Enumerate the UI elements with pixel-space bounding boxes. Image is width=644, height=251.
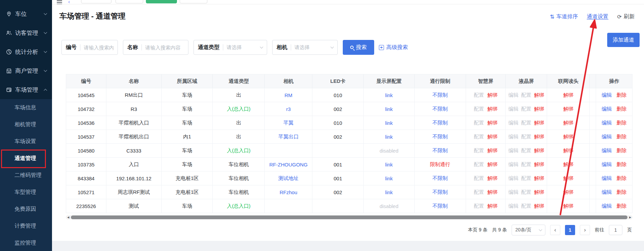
row-delete-link[interactable]: 删除 [617,203,627,209]
sidebar-item-parking-space[interactable]: 车位 [0,4,52,23]
lcd-edit-link[interactable]: 编辑 [508,161,518,168]
smart-screen-config-link[interactable]: 配置 [474,106,484,112]
pass-limit-link[interactable]: 不限制 [433,147,448,154]
row-edit-link[interactable]: 编辑 [602,189,612,196]
add-channel-button[interactable]: 添加通道 [607,33,640,47]
smart-screen-config-link[interactable]: 配置 [474,175,484,182]
lcd-unbind-link[interactable]: 解绑 [534,161,544,168]
smart-screen-unbind-link[interactable]: 解绑 [487,134,497,140]
scrollbar-thumb[interactable] [71,215,627,219]
topbar-tab[interactable] [180,0,207,3]
row-delete-link[interactable]: 删除 [617,120,627,126]
lcd-edit-link[interactable]: 编辑 [508,175,518,182]
sidebar-item-merchant-management[interactable]: 商户管理 [0,61,52,80]
smart-screen-unbind-link[interactable]: 解绑 [487,161,497,168]
sidebar-item-statistics[interactable]: 统计分析 [0,42,52,61]
advanced-search-link[interactable]: 高级搜索 [379,44,408,51]
lcd-edit-link[interactable]: 编辑 [508,106,518,112]
display-config-link[interactable]: link [385,106,393,112]
display-config-link[interactable]: disabled [380,203,398,209]
sidebar-item-free-reason[interactable]: 免费原因 [0,201,52,218]
sidebar-item-visitor-management[interactable]: 访客管理 [0,23,52,42]
display-config-link[interactable]: disabled [380,148,398,154]
row-edit-link[interactable]: 编辑 [602,203,612,209]
camera-link[interactable]: 测试地址 [278,175,299,182]
row-delete-link[interactable]: 删除 [617,134,627,140]
lcd-config-link[interactable]: 配置 [521,147,531,154]
pass-limit-link[interactable]: 不限制 [433,175,448,182]
row-edit-link[interactable]: 编辑 [602,106,612,112]
sidebar-item-parking-info[interactable]: 车场信息 [0,99,52,116]
smart-screen-unbind-link[interactable]: 解绑 [487,175,497,182]
smart-screen-unbind-link[interactable]: 解绑 [487,106,497,112]
display-config-link[interactable]: link [385,134,393,140]
reader-unbind-link[interactable]: 解绑 [563,120,573,126]
lcd-config-link[interactable]: 配置 [521,92,531,98]
pass-limit-link[interactable]: 不限制 [433,92,448,98]
sidebar-item-billing-management[interactable]: 计费管理 [0,218,52,234]
camera-link[interactable]: r3 [286,106,291,112]
smart-screen-config-link[interactable]: 配置 [474,134,484,140]
row-edit-link[interactable]: 编辑 [602,147,612,154]
lcd-config-link[interactable]: 配置 [521,189,531,196]
goto-page-input[interactable] [609,225,622,235]
camera-link[interactable]: 芊翼出口 [278,134,299,140]
refresh-link[interactable]: ⟳ 刷新 [617,13,635,20]
camera-link[interactable]: RFzhou [280,189,298,195]
row-edit-link[interactable]: 编辑 [602,134,612,140]
lcd-edit-link[interactable]: 编辑 [508,134,518,140]
row-edit-link[interactable]: 编辑 [602,92,612,98]
lcd-unbind-link[interactable]: 解绑 [534,189,544,196]
pass-limit-link[interactable]: 不限制 [433,203,448,209]
row-edit-link[interactable]: 编辑 [602,120,612,126]
lcd-config-link[interactable]: 配置 [521,203,531,209]
smart-screen-unbind-link[interactable]: 解绑 [487,147,497,154]
pass-limit-link[interactable]: 限制通行 [430,161,450,168]
row-edit-link[interactable]: 编辑 [602,175,612,182]
lcd-config-link[interactable]: 配置 [521,106,531,112]
topbar-tab[interactable] [115,0,143,3]
smart-screen-config-link[interactable]: 配置 [474,120,484,126]
lane-sort-link[interactable]: ⇅ 车道排序 [550,13,578,20]
smart-screen-unbind-link[interactable]: 解绑 [487,203,497,209]
page-size-select[interactable]: 20条/页 [512,225,545,235]
lcd-edit-link[interactable]: 编辑 [508,203,518,209]
sidebar-item-parking-lot-management[interactable]: 车场管理 [0,80,52,99]
camera-link[interactable]: RF-ZHOUGONG [269,162,308,167]
row-delete-link[interactable]: 删除 [617,92,627,98]
display-config-link[interactable]: link [385,120,393,126]
lcd-config-link[interactable]: 配置 [521,161,531,168]
smart-screen-config-link[interactable]: 配置 [474,203,484,209]
scroll-left-arrow-icon[interactable]: ◀ [66,215,71,220]
horizontal-scrollbar[interactable]: ◀ ▶ [66,215,633,220]
reader-unbind-link[interactable]: 解绑 [563,189,573,196]
pass-limit-link[interactable]: 不限制 [433,134,448,140]
back-chevron-icon[interactable]: ‹ [68,0,70,4]
camera-link[interactable]: RM [285,92,292,98]
smart-screen-unbind-link[interactable]: 解绑 [487,92,497,98]
lcd-unbind-link[interactable]: 解绑 [534,134,544,140]
sidebar-item-qrcode-management[interactable]: 二维码管理 [0,167,52,184]
reader-unbind-link[interactable]: 解绑 [563,134,573,140]
lcd-edit-link[interactable]: 编辑 [508,92,518,98]
lcd-unbind-link[interactable]: 解绑 [534,175,544,182]
next-page-button[interactable]: › [580,225,590,235]
sidebar-item-parking-settings[interactable]: 车场设置 [0,133,52,150]
topbar-tab[interactable] [81,0,111,3]
camera-link[interactable]: 芊翼 [283,120,293,126]
prev-page-button[interactable]: ‹ [550,225,560,235]
pass-limit-link[interactable]: 不限制 [433,120,448,126]
smart-screen-config-link[interactable]: 配置 [474,92,484,98]
lcd-unbind-link[interactable]: 解绑 [534,106,544,112]
row-edit-link[interactable]: 编辑 [602,161,612,168]
reader-unbind-link[interactable]: 解绑 [563,106,573,112]
row-delete-link[interactable]: 删除 [617,106,627,112]
row-delete-link[interactable]: 删除 [617,175,627,182]
lcd-unbind-link[interactable]: 解绑 [534,147,544,154]
filter-camera-select[interactable]: 相机 请选择 [272,40,338,55]
lcd-unbind-link[interactable]: 解绑 [534,92,544,98]
smart-screen-config-link[interactable]: 配置 [474,147,484,154]
search-button[interactable]: 搜索 [343,40,374,55]
topbar-tab-active[interactable] [146,0,177,3]
pass-limit-link[interactable]: 不限制 [433,106,448,112]
